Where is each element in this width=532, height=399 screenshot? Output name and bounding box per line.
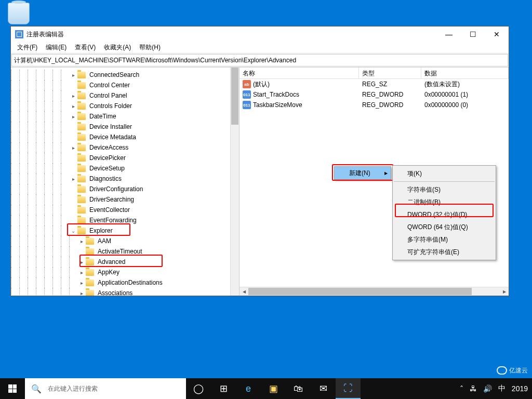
tree-item-activatetimeout[interactable]: ActivateTimeout (11, 246, 239, 257)
tree-item-controls-folder[interactable]: ▸Controls Folder (11, 101, 239, 111)
tree-item-driverconfiguration[interactable]: DriverConfiguration (11, 184, 239, 194)
tree-item-control-panel[interactable]: ▸Control Panel (11, 90, 239, 101)
tree-item-appkey[interactable]: ▸AppKey (11, 267, 239, 277)
maximize-button[interactable]: ☐ (461, 26, 485, 42)
menu-edit[interactable]: 编辑(E) (42, 42, 71, 53)
tree-item-device-metadata[interactable]: Device Metadata (11, 132, 239, 142)
tree-expander-icon[interactable]: ▸ (77, 278, 86, 287)
tree-item-devicesetup[interactable]: DeviceSetup (11, 163, 239, 174)
titlebar[interactable]: 注册表编辑器 — ☐ ✕ (11, 26, 509, 42)
minimize-button[interactable]: — (437, 26, 461, 42)
file-explorer-icon[interactable]: ▣ (261, 378, 286, 399)
list-row[interactable]: 011TaskbarSizeMoveREG_DWORD0x00000000 (0… (240, 100, 509, 110)
tree-expander-icon[interactable] (77, 247, 86, 256)
tree-scrollbar[interactable] (230, 68, 239, 296)
tree-item-aam[interactable]: ▸AAM (11, 236, 239, 246)
tray-ime[interactable]: 中 (498, 384, 506, 393)
tray-network-icon[interactable]: 🖧 (470, 384, 477, 393)
folder-icon (77, 144, 86, 151)
close-button[interactable]: ✕ (485, 26, 509, 42)
ctx-multi[interactable]: 多字符串值(M) (393, 233, 496, 246)
value-type: REG_DWORD (359, 101, 421, 109)
task-view-icon[interactable]: ⊞ (211, 378, 236, 399)
folder-icon (86, 259, 94, 265)
tree-expander-icon[interactable] (69, 185, 77, 193)
menu-view[interactable]: 查看(V) (71, 42, 100, 53)
tree-item-diagnostics[interactable]: ▸Diagnostics (11, 174, 239, 184)
ctx-new-label: 新建(N) (349, 169, 370, 178)
tree-item-datetime[interactable]: ▸DateTime (11, 111, 239, 122)
tree-expander-icon[interactable] (69, 133, 77, 141)
tree-item-deviceaccess[interactable]: ▸DeviceAccess (11, 142, 239, 153)
ctx-qword[interactable]: QWORD (64 位)值(Q) (393, 221, 496, 233)
tree-expander-icon[interactable]: ▸ (69, 102, 77, 110)
tree-label: DevicePicker (88, 154, 127, 162)
tree-expander-icon[interactable]: ▸ (69, 143, 77, 152)
tree-scroll-thumb[interactable] (231, 68, 238, 125)
tree-item-connectedsearch[interactable]: ▸ConnectedSearch (11, 70, 239, 80)
ctx-binary[interactable]: 二进制值(B) (393, 196, 496, 208)
ctx-string[interactable]: 字符串值(S) (393, 183, 496, 196)
folder-icon (77, 176, 86, 182)
ctx-dword[interactable]: DWORD (32 位)值(D) (393, 208, 496, 221)
tree-expander-icon[interactable] (69, 216, 77, 224)
tree-expander-icon[interactable]: ▸ (69, 91, 77, 100)
address-bar[interactable]: 计算机\HKEY_LOCAL_MACHINE\SOFTWARE\Microsof… (11, 54, 508, 66)
tree-expander-icon[interactable] (69, 164, 77, 172)
start-button[interactable] (0, 378, 25, 399)
recycle-bin-icon[interactable] (8, 3, 30, 24)
list-h-scrollbar[interactable]: ◀ ▶ (240, 287, 509, 296)
ctx-new[interactable]: 新建(N) (335, 167, 391, 179)
tree-panel[interactable]: ▸ConnectedSearchControl Center▸Control P… (11, 68, 240, 296)
tree-item-devicepicker[interactable]: DevicePicker (11, 153, 239, 163)
tree-expander-icon[interactable]: ▸ (77, 258, 86, 266)
list-row[interactable]: ab(默认)REG_SZ(数值未设置) (240, 79, 509, 89)
tree-expander-icon[interactable] (69, 206, 77, 214)
edge-icon[interactable]: e (236, 378, 261, 399)
tree-item-eventcollector[interactable]: EventCollector (11, 205, 239, 215)
value-list-panel[interactable]: 名称 类型 数据 ab(默认)REG_SZ(数值未设置)011Start_Tra… (240, 68, 509, 296)
tree-expander-icon[interactable] (69, 154, 77, 162)
tree-expander-icon[interactable] (69, 123, 77, 131)
tree-expander-icon[interactable]: ▸ (77, 289, 86, 296)
tree-expander-icon[interactable]: ▸ (69, 112, 77, 121)
tree-item-eventforwarding[interactable]: EventForwarding (11, 215, 239, 225)
taskbar-search[interactable]: 🔍 在此键入进行搜索 (25, 378, 186, 399)
tree-item-device-installer[interactable]: Device Installer (11, 122, 239, 132)
tray-clock[interactable]: 2019 (512, 384, 528, 393)
scroll-left-arrow[interactable]: ◀ (240, 287, 248, 296)
menu-file[interactable]: 文件(F) (13, 42, 42, 53)
folder-icon (77, 165, 86, 172)
tray-chevron-up-icon[interactable]: ˄ (460, 384, 463, 393)
regedit-task-icon[interactable]: ⛶ (336, 378, 361, 399)
tree-expander-icon[interactable]: ▸ (77, 268, 86, 276)
tree-item-control-center[interactable]: Control Center (11, 80, 239, 90)
tree-expander-icon[interactable] (69, 81, 77, 89)
ctx-separator (394, 181, 495, 182)
tree-expander-icon[interactable]: ▸ (69, 175, 77, 183)
list-row[interactable]: 011Start_TrackDocsREG_DWORD0x00000001 (1… (240, 89, 509, 100)
list-h-scroll-thumb[interactable] (248, 288, 472, 295)
menu-favorites[interactable]: 收藏夹(A) (100, 42, 135, 53)
scroll-right-arrow[interactable]: ▶ (500, 287, 509, 296)
tree-expander-icon[interactable]: ▸ (77, 237, 86, 245)
context-submenu-new: 项(K) 字符串值(S) 二进制值(B) DWORD (32 位)值(D) QW… (392, 165, 496, 260)
col-data[interactable]: 数据 (421, 68, 509, 78)
cortana-icon[interactable]: ◯ (186, 378, 211, 399)
col-type[interactable]: 类型 (359, 68, 421, 78)
tree-expander-icon[interactable]: ▸ (69, 71, 77, 79)
tree-item-explorer[interactable]: ⌄Explorer (11, 225, 239, 236)
tree-item-advanced[interactable]: ▸Advanced (11, 257, 239, 267)
ctx-expand[interactable]: 可扩充字符串值(E) (393, 246, 496, 258)
tree-item-applicationdestinations[interactable]: ▸ApplicationDestinations (11, 277, 239, 288)
menu-help[interactable]: 帮助(H) (135, 42, 165, 53)
tree-expander-icon[interactable] (69, 195, 77, 204)
ctx-key[interactable]: 项(K) (393, 167, 496, 180)
tray-volume-icon[interactable]: 🔊 (483, 384, 492, 393)
tree-item-associations[interactable]: ▸Associations (11, 288, 239, 296)
store-icon[interactable]: 🛍 (286, 378, 311, 399)
col-name[interactable]: 名称 (240, 68, 359, 78)
tree-item-driversearching[interactable]: DriverSearching (11, 194, 239, 205)
mail-icon[interactable]: ✉ (311, 378, 336, 399)
tree-expander-icon[interactable]: ⌄ (69, 227, 77, 235)
